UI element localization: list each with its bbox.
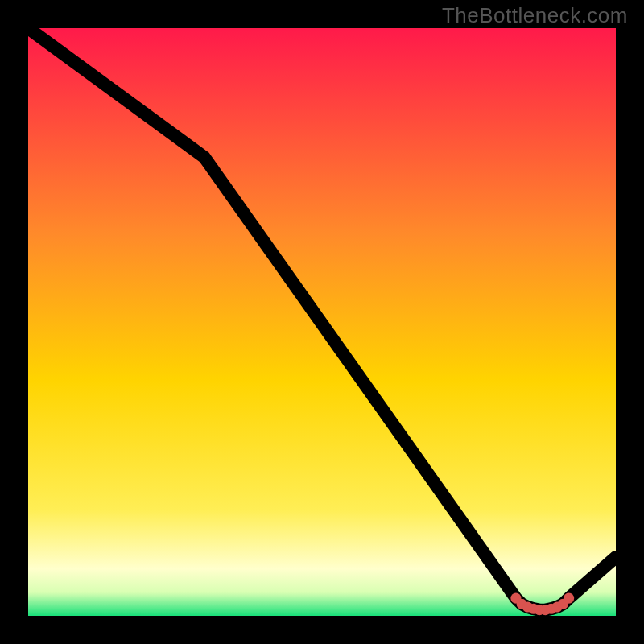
chart-frame: TheBottleneck.com xyxy=(0,0,644,644)
marker-point xyxy=(564,593,574,604)
plot-area xyxy=(28,28,616,616)
watermark-text: TheBottleneck.com xyxy=(442,3,628,28)
chart-svg xyxy=(28,28,616,616)
main-curve xyxy=(28,28,616,610)
